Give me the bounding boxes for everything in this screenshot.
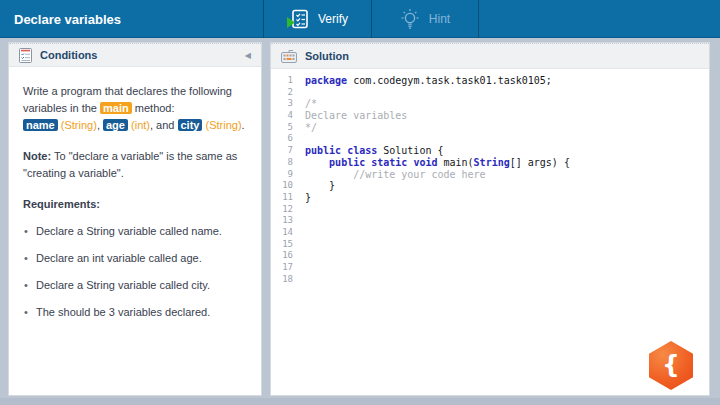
line-number: 10 (271, 180, 305, 192)
verify-checklist-icon (287, 9, 309, 29)
code-line: 13 (271, 215, 709, 227)
conditions-title: Conditions (40, 49, 97, 61)
requirement-item: Declare a String variable called city. (23, 279, 247, 291)
solution-title: Solution (305, 50, 349, 62)
line-number: 8 (271, 157, 305, 169)
code-line: 11} (271, 192, 709, 204)
requirement-item: Declare an int variable called age. (23, 252, 247, 264)
bottom-strip (0, 398, 720, 405)
line-number: 2 (271, 87, 305, 99)
line-number: 12 (271, 204, 305, 216)
line-number: 7 (271, 145, 305, 157)
code-line: 2 (271, 87, 709, 99)
var-name-token: name (23, 119, 58, 131)
line-number: 9 (271, 169, 305, 181)
conditions-note: Note: To "declare a variable" is the sam… (23, 148, 247, 182)
line-number: 15 (271, 239, 305, 251)
conditions-clipboard-icon (19, 48, 32, 63)
lightbulb-icon (400, 8, 420, 30)
code-line: 16 (271, 250, 709, 262)
hint-button[interactable]: Hint (372, 0, 479, 38)
code-line: 9 //write your code here (271, 169, 709, 181)
code-line: 14 (271, 227, 709, 239)
solution-panel: Solution 1package com.codegym.task.task0… (270, 42, 710, 396)
verify-button-label: Verify (318, 12, 348, 26)
top-bar: Declare variables Verify (0, 0, 720, 38)
line-number: 4 (271, 110, 305, 122)
collapse-panel-icon[interactable]: ◀ (245, 51, 251, 60)
keyboard-icon (281, 49, 297, 63)
conditions-intro: Write a program that declares the follow… (23, 83, 247, 134)
line-number: 14 (271, 227, 305, 239)
requirements-title: Requirements: (23, 196, 247, 213)
requirement-item: Declare a String variable called name. (23, 225, 247, 237)
requirements-list: Declare a String variable called name.De… (23, 225, 247, 318)
requirement-item: The should be 3 variables declared. (23, 306, 247, 318)
hint-button-label: Hint (429, 12, 450, 26)
code-line: 7public class Solution { (271, 145, 709, 157)
line-number: 3 (271, 98, 305, 110)
line-number: 6 (271, 133, 305, 145)
solution-header: Solution (271, 43, 709, 69)
code-lines: 1package com.codegym.task.task01.task010… (271, 75, 709, 285)
line-number: 16 (271, 250, 305, 262)
verify-button[interactable]: Verify (263, 0, 372, 38)
line-number: 11 (271, 192, 305, 204)
line-number: 1 (271, 75, 305, 87)
code-line: 15 (271, 239, 709, 251)
line-number: 13 (271, 215, 305, 227)
logo-brace-glyph: { (662, 350, 680, 382)
code-line: 17 (271, 262, 709, 274)
conditions-header: Conditions ◀ (9, 43, 261, 67)
code-line: 12 (271, 204, 709, 216)
line-number: 18 (271, 274, 305, 286)
code-line: 18 (271, 274, 709, 286)
code-line: 1package com.codegym.task.task01.task010… (271, 75, 709, 87)
var-city-token: city (178, 119, 203, 131)
conditions-panel: Conditions ◀ Write a program that declar… (8, 42, 262, 396)
code-editor[interactable]: 1package com.codegym.task.task01.task010… (271, 69, 709, 285)
task-title: Declare variables (14, 0, 121, 38)
code-line: 6 (271, 133, 709, 145)
var-age-token: age (103, 119, 128, 131)
line-number: 5 (271, 122, 305, 134)
code-line: 10 } (271, 180, 709, 192)
line-number: 17 (271, 262, 305, 274)
main-token: main (100, 102, 132, 114)
conditions-body: Write a program that declares the follow… (9, 67, 261, 318)
code-line: 5*/ (271, 122, 709, 134)
code-line: 4Declare variables (271, 110, 709, 122)
code-line: 3/* (271, 98, 709, 110)
code-line: 8 public static void main(String[] args)… (271, 157, 709, 169)
